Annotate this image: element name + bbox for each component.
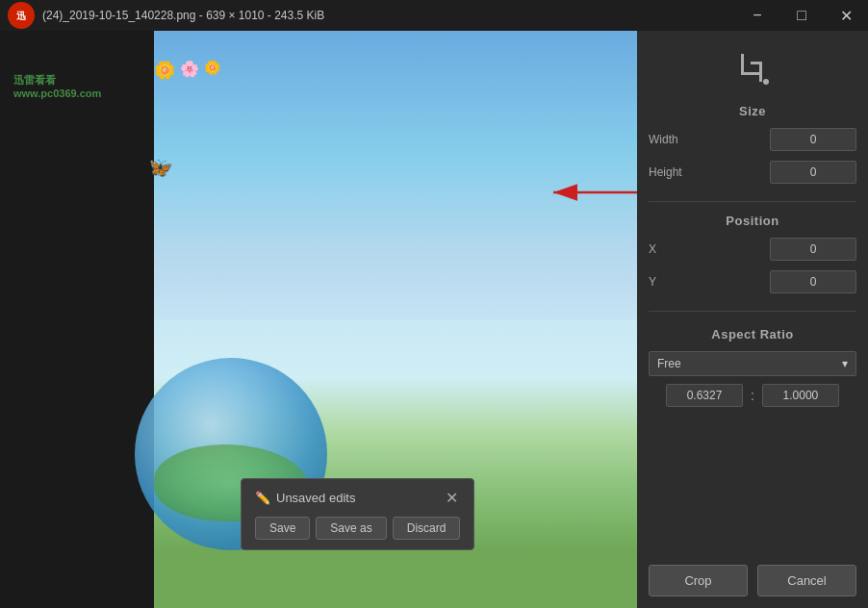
title-bar-left: 迅 (24)_2019-10-15_140228.png - 639 × 101… bbox=[8, 2, 324, 29]
watermark: 迅雷看看 www.pc0369.com bbox=[13, 73, 101, 99]
main-content: 迅雷看看 www.pc0369.com 🦋 🌼 🌸 🌼 bbox=[0, 31, 868, 608]
image-left-panel bbox=[0, 31, 154, 608]
width-label: Width bbox=[649, 133, 770, 146]
crop-icon-container bbox=[649, 42, 856, 104]
cancel-button[interactable]: Cancel bbox=[757, 565, 856, 596]
svg-rect-6 bbox=[751, 62, 762, 64]
butterfly-element: 🦋 bbox=[149, 156, 173, 179]
svg-rect-5 bbox=[759, 64, 762, 82]
unsaved-edits-popup: ✏️ Unsaved edits ✕ Save Save as Discard bbox=[241, 478, 474, 550]
position-section-header: Position bbox=[649, 214, 856, 228]
unsaved-header: ✏️ Unsaved edits ✕ bbox=[255, 489, 460, 507]
unsaved-label: Unsaved edits bbox=[276, 491, 355, 505]
crop-button[interactable]: Crop bbox=[649, 565, 748, 596]
aspect-ratio-section: Aspect Ratio Free ▾ : bbox=[649, 327, 856, 422]
app-logo: 迅 bbox=[8, 2, 35, 29]
size-section-header: Size bbox=[649, 104, 856, 118]
action-buttons: Crop Cancel bbox=[649, 557, 856, 596]
aspect-values-row: : bbox=[649, 384, 856, 407]
title-bar: 迅 (24)_2019-10-15_140228.png - 639 × 101… bbox=[0, 0, 868, 31]
unsaved-action-buttons: Save Save as Discard bbox=[255, 517, 460, 540]
svg-rect-3 bbox=[741, 54, 744, 75]
unsaved-title: ✏️ Unsaved edits bbox=[255, 491, 355, 505]
x-input[interactable] bbox=[770, 238, 856, 261]
close-button[interactable]: ✕ bbox=[824, 0, 868, 31]
svg-rect-4 bbox=[741, 72, 762, 75]
position-aspect-divider bbox=[649, 311, 856, 312]
aspect-colon: : bbox=[751, 388, 754, 403]
width-row: Width bbox=[649, 128, 856, 151]
minimize-button[interactable]: − bbox=[735, 0, 779, 31]
chevron-down-icon: ▾ bbox=[842, 357, 848, 370]
size-position-divider bbox=[649, 201, 856, 202]
x-row: X bbox=[649, 238, 856, 261]
save-button[interactable]: Save bbox=[255, 517, 310, 540]
aspect-section-header: Aspect Ratio bbox=[649, 327, 856, 342]
pencil-icon: ✏️ bbox=[255, 491, 270, 505]
y-row: Y bbox=[649, 270, 856, 293]
height-input[interactable] bbox=[770, 161, 856, 184]
window-controls: − □ ✕ bbox=[735, 0, 868, 31]
aspect-dropdown-value: Free bbox=[657, 357, 681, 370]
aspect-dropdown[interactable]: Free ▾ bbox=[649, 351, 856, 376]
aspect-value2-input[interactable] bbox=[762, 384, 839, 407]
save-as-button[interactable]: Save as bbox=[316, 517, 386, 540]
image-area[interactable]: 迅雷看看 www.pc0369.com 🦋 🌼 🌸 🌼 bbox=[0, 31, 637, 608]
y-input[interactable] bbox=[770, 270, 856, 293]
maximize-button[interactable]: □ bbox=[779, 0, 824, 31]
window-title: (24)_2019-10-15_140228.png - 639 × 1010 … bbox=[42, 9, 324, 22]
aspect-value1-input[interactable] bbox=[666, 384, 743, 407]
x-label: X bbox=[649, 242, 770, 256]
discard-button[interactable]: Discard bbox=[393, 517, 461, 540]
crop-tool-icon bbox=[733, 50, 772, 89]
flower-area: 🌼 🌸 🌼 bbox=[154, 60, 220, 81]
svg-point-7 bbox=[763, 79, 769, 85]
sky-area bbox=[154, 31, 637, 348]
height-label: Height bbox=[649, 165, 770, 179]
width-input[interactable] bbox=[770, 128, 856, 151]
height-row: Height bbox=[649, 161, 856, 184]
unsaved-close-button[interactable]: ✕ bbox=[444, 489, 460, 507]
y-label: Y bbox=[649, 275, 770, 289]
right-panel: Size Width Height Position X Y Aspect Ra… bbox=[637, 31, 868, 608]
svg-text:迅: 迅 bbox=[16, 11, 27, 21]
